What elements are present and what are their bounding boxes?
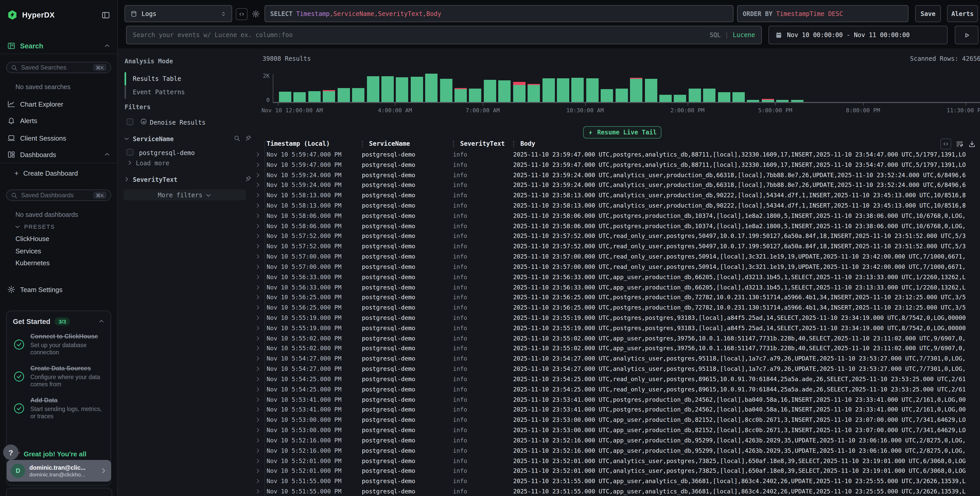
histogram-bar[interactable] [630, 79, 642, 102]
analysis-mode-results-table[interactable]: Results Table [133, 72, 181, 86]
expand-row-icon[interactable] [252, 294, 264, 301]
pin-icon[interactable] [245, 175, 252, 182]
histogram-bar[interactable] [513, 85, 525, 102]
alerts-button[interactable]: Alerts [947, 5, 978, 22]
save-button[interactable]: Save [915, 5, 941, 22]
log-row[interactable]: Nov 10 5:53:00.000 PMpostgresql-demoinfo… [252, 425, 980, 435]
histogram-bar[interactable] [791, 100, 803, 102]
expand-row-icon[interactable] [252, 264, 264, 270]
expand-row-icon[interactable] [252, 407, 264, 413]
expand-row-icon[interactable] [252, 376, 264, 382]
log-row[interactable]: Nov 10 5:59:24.000 PMpostgresql-demoinfo… [252, 170, 980, 180]
column-grip[interactable] [453, 140, 454, 147]
histogram-bar-error[interactable] [323, 90, 335, 91]
histogram-bar[interactable] [279, 92, 291, 102]
expand-row-icon[interactable] [252, 427, 264, 433]
histogram-bar[interactable] [352, 88, 364, 102]
chevron-up-icon[interactable] [104, 152, 110, 158]
sidebar-item-client-sessions[interactable]: Client Sessions [0, 133, 117, 143]
log-row[interactable]: Nov 10 5:54:25.000 PMpostgresql-demoinfo… [252, 374, 980, 384]
log-row[interactable]: Nov 10 5:59:24.000 PMpostgresql-demoinfo… [252, 180, 980, 190]
sidebar-item-search[interactable]: Search [0, 40, 117, 51]
chevron-down-icon[interactable] [124, 136, 130, 142]
log-row[interactable]: Nov 10 5:58:13.000 PMpostgresql-demoinfo… [252, 190, 980, 201]
expand-row-icon[interactable] [252, 203, 264, 209]
wrap-lines-icon[interactable] [956, 140, 964, 148]
expand-row-icon[interactable] [252, 305, 264, 311]
histogram-bar-error[interactable] [528, 84, 540, 85]
histogram-bar-error[interactable] [762, 99, 774, 100]
log-row[interactable]: Nov 10 5:52:16.000 PMpostgresql-demoinfo… [252, 435, 980, 445]
histogram-bar[interactable] [732, 92, 745, 102]
preset-dashboard-services[interactable]: Services [16, 247, 41, 255]
histogram-bar[interactable] [294, 92, 306, 102]
select-columns-input[interactable]: SELECT Timestamp,ServiceName,SeverityTex… [264, 5, 733, 22]
histogram-bar[interactable] [542, 78, 555, 102]
log-row[interactable]: Nov 10 5:55:02.000 PMpostgresql-demoinfo… [252, 343, 980, 354]
run-query-button[interactable] [955, 26, 978, 44]
help-button[interactable]: ? [3, 445, 19, 460]
source-select[interactable]: Logs [124, 5, 232, 22]
log-row[interactable]: Nov 10 5:52:01.000 PMpostgresql-demoinfo… [252, 456, 980, 466]
order-by-input[interactable]: ORDER BY TimestampTime DESC [737, 5, 908, 22]
more-filters-button[interactable]: More filters [124, 190, 246, 200]
column-header-severitytext[interactable]: SeverityText [450, 140, 510, 147]
histogram-bar[interactable] [571, 78, 584, 102]
log-row[interactable]: Nov 10 5:55:19.000 PMpostgresql-demoinfo… [252, 313, 980, 323]
histogram-bar[interactable] [528, 85, 540, 102]
log-row[interactable]: Nov 10 5:58:06.000 PMpostgresql-demoinfo… [252, 221, 980, 231]
histogram-bar[interactable] [396, 77, 409, 102]
expand-row-icon[interactable] [252, 488, 264, 494]
histogram-bar-error[interactable] [455, 88, 467, 89]
denoise-checkbox[interactable] [127, 118, 133, 125]
denoise-label[interactable]: Denoise Results [150, 119, 205, 126]
log-row[interactable]: Nov 10 5:51:55.000 PMpostgresql-demoinfo… [252, 486, 980, 496]
log-row[interactable]: Nov 10 5:53:41.000 PMpostgresql-demoinfo… [252, 394, 980, 405]
log-row[interactable]: Nov 10 5:53:00.000 PMpostgresql-demoinfo… [252, 415, 980, 425]
log-row[interactable]: Nov 10 5:57:52.000 PMpostgresql-demoinfo… [252, 241, 980, 252]
saved-searches-input[interactable]: Saved Searches ⌘K [6, 62, 111, 73]
gear-icon[interactable] [250, 8, 261, 19]
column-grip[interactable] [513, 140, 514, 147]
chevron-right-icon[interactable] [127, 159, 133, 166]
column-grip[interactable] [362, 140, 363, 147]
expand-row-icon[interactable] [252, 233, 264, 239]
expand-row-icon[interactable] [252, 284, 264, 290]
log-row[interactable]: Nov 10 5:56:33.000 PMpostgresql-demoinfo… [252, 282, 980, 292]
chevron-right-icon[interactable] [124, 176, 130, 182]
log-row[interactable]: Nov 10 5:52:16.000 PMpostgresql-demoinfo… [252, 445, 980, 456]
create-dashboard-button[interactable]: + Create Dashboard [0, 168, 117, 178]
log-row[interactable]: Nov 10 5:51:55.000 PMpostgresql-demoinfo… [252, 476, 980, 486]
expand-row-icon[interactable] [252, 447, 264, 453]
log-row[interactable]: Nov 10 5:56:25.000 PMpostgresql-demoinfo… [252, 303, 980, 313]
histogram-bar[interactable] [469, 89, 482, 102]
histogram-bar[interactable] [425, 73, 438, 102]
expand-row-icon[interactable] [252, 478, 264, 484]
expand-row-icon[interactable] [252, 315, 264, 321]
get-started-step[interactable]: Create Data SourcesConfigure where your … [13, 365, 105, 388]
histogram-bar[interactable] [382, 76, 394, 102]
histogram-bar[interactable] [455, 89, 467, 102]
histogram-bar[interactable] [411, 77, 423, 102]
expand-row-icon[interactable] [252, 243, 264, 250]
expand-row-icon[interactable] [252, 437, 264, 443]
histogram-bar[interactable] [776, 100, 789, 102]
histogram-bar[interactable] [659, 95, 672, 102]
column-header-timestamp[interactable]: Timestamp (Local) [264, 140, 359, 147]
expand-row-icon[interactable] [252, 223, 264, 229]
presets-toggle[interactable]: PRESETS [0, 223, 117, 231]
log-row[interactable]: Nov 10 5:59:47.000 PMpostgresql-demoinfo… [252, 159, 980, 170]
expand-row-icon[interactable] [252, 468, 264, 474]
histogram-bar[interactable] [323, 91, 335, 102]
log-row[interactable]: Nov 10 5:52:01.000 PMpostgresql-demoinfo… [252, 466, 980, 476]
histogram-bar[interactable] [498, 80, 511, 102]
log-row[interactable]: Nov 10 5:59:47.000 PMpostgresql-demoinfo… [252, 149, 980, 159]
sql-toggle[interactable]: SQL [710, 32, 721, 38]
date-range-picker[interactable]: Nov 10 00:00:00 - Nov 11 00:00:00 [768, 26, 948, 44]
pin-icon[interactable] [245, 135, 252, 142]
histogram-bar[interactable] [586, 78, 598, 102]
sidebar-item-dashboards[interactable]: Dashboards [0, 149, 117, 159]
log-row[interactable]: Nov 10 5:55:02.000 PMpostgresql-demoinfo… [252, 333, 980, 343]
histogram-bar[interactable] [557, 78, 569, 102]
get-started-step[interactable]: Connect to ClickHouseSet up your databas… [13, 333, 105, 356]
